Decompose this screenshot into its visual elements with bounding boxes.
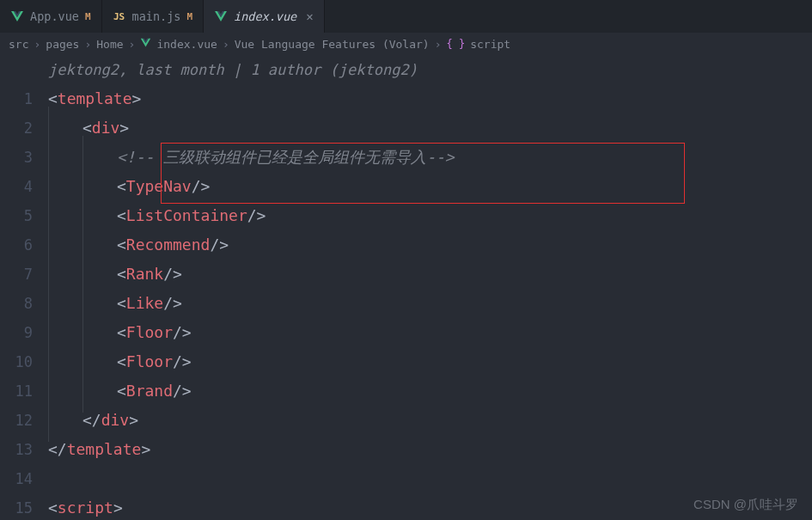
code-line[interactable] <box>48 464 812 493</box>
line-number <box>0 55 33 84</box>
code-line[interactable]: <div> <box>48 113 812 143</box>
line-number: 10 <box>0 347 33 376</box>
breadcrumb: src › pages › Home › index.vue › Vue Lan… <box>0 33 812 55</box>
vue-icon <box>214 9 228 23</box>
tab-index-vue[interactable]: index.vue ✕ <box>204 0 325 33</box>
line-number: 1 <box>0 84 33 113</box>
breadcrumb-part[interactable]: Home <box>96 38 123 51</box>
code-line[interactable]: <Brand/> <box>48 376 812 406</box>
chevron-icon: › <box>435 38 442 51</box>
tab-label: App.vue <box>30 9 79 23</box>
code-line[interactable]: <Rank/> <box>48 260 812 289</box>
code-line[interactable]: <Floor/> <box>48 347 812 376</box>
line-number: 7 <box>0 260 33 289</box>
breadcrumb-symbol[interactable]: Vue Language Features (Volar) <box>235 38 430 51</box>
line-number: 3 <box>0 143 33 172</box>
js-icon: JS <box>113 9 126 23</box>
watermark: CSDN @爪哇斗罗 <box>693 497 798 513</box>
breadcrumb-part[interactable]: src <box>9 38 28 51</box>
close-icon[interactable]: ✕ <box>306 9 313 23</box>
braces-icon: { } <box>447 38 466 50</box>
code-line[interactable]: <Like/> <box>48 289 812 318</box>
line-number: 14 <box>0 464 33 493</box>
code-editor[interactable]: 123456789101112131415 jektong2, last mon… <box>0 55 812 520</box>
code-line[interactable]: <template> <box>48 84 812 113</box>
line-number: 15 <box>0 493 33 520</box>
line-number: 5 <box>0 201 33 230</box>
code-line[interactable]: <ListContainer/> <box>48 201 812 230</box>
vue-icon <box>10 9 24 23</box>
line-number-gutter: 123456789101112131415 <box>0 55 48 520</box>
vue-icon <box>140 37 151 51</box>
code-line[interactable]: </template> <box>48 435 812 464</box>
chevron-icon: › <box>34 38 40 51</box>
code-area[interactable]: jektong2, last month | 1 author (jektong… <box>48 55 812 520</box>
line-number: 13 <box>0 435 33 464</box>
breadcrumb-symbol[interactable]: script <box>470 38 510 51</box>
tab-app-vue[interactable]: App.vue M <box>0 0 102 33</box>
modified-indicator: M <box>85 11 91 22</box>
chevron-icon: › <box>223 38 229 51</box>
code-line[interactable]: <TypeNav/> <box>48 172 812 201</box>
code-line[interactable]: <Recommend/> <box>48 230 812 260</box>
line-number: 9 <box>0 318 33 347</box>
breadcrumb-part[interactable]: pages <box>46 38 79 51</box>
chevron-icon: › <box>84 38 91 51</box>
code-line[interactable]: <!-- 三级联动组件已经是全局组件无需导入--> <box>48 143 812 172</box>
tab-main-js[interactable]: JS main.js M <box>102 0 205 33</box>
breadcrumb-file[interactable]: index.vue <box>156 38 217 51</box>
tab-label: main.js <box>132 9 181 23</box>
line-number: 2 <box>0 113 33 143</box>
line-number: 12 <box>0 406 33 435</box>
git-blame-info: jektong2, last month | 1 author (jektong… <box>48 55 812 84</box>
chevron-icon: › <box>129 38 136 51</box>
tab-bar: App.vue M JS main.js M index.vue ✕ <box>0 0 812 33</box>
line-number: 6 <box>0 230 33 260</box>
code-line[interactable]: <Floor/> <box>48 318 812 347</box>
line-number: 4 <box>0 172 33 201</box>
tab-label: index.vue <box>234 9 296 23</box>
modified-indicator: M <box>186 11 192 22</box>
line-number: 8 <box>0 289 33 318</box>
code-line[interactable]: </div> <box>48 406 812 435</box>
line-number: 11 <box>0 376 33 406</box>
